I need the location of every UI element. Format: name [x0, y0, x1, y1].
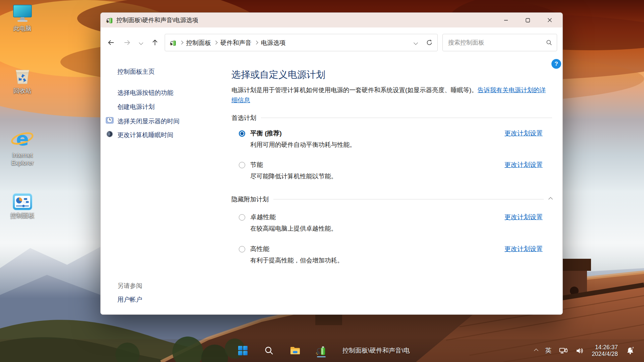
plan-name: 平衡 (推荐): [250, 129, 282, 138]
desktop-icon-label: Internet Explorer: [5, 152, 40, 167]
svg-text:e: e: [16, 128, 29, 149]
page-title: 选择或自定义电源计划: [231, 68, 325, 81]
svg-text:z: z: [631, 347, 632, 351]
active-app-indicator: [317, 356, 326, 358]
tray-time: 14:26:37: [592, 344, 618, 351]
desktop: 此电脑 回收站 e Internet Explorer: [0, 0, 644, 362]
desktop-icon-this-pc[interactable]: 此电脑: [5, 4, 40, 33]
folder-icon: [290, 345, 301, 356]
clock[interactable]: 14:26:37 2024/4/28: [592, 344, 618, 357]
breadcrumb-chevron-icon: [214, 41, 217, 44]
change-plan-settings-link[interactable]: 更改计划设置: [504, 129, 543, 138]
plan-desc: 有利于提高性能，但会增加功耗。: [250, 256, 343, 264]
desktop-icon-label: 回收站: [5, 87, 40, 95]
main-pane: 选择或自定义电源计划 电源计划是用于管理计算机如何使用电源的一套硬件和系统设置(…: [231, 55, 552, 314]
radio-ultimate[interactable]: [239, 214, 245, 221]
sidebar-item-create-plan[interactable]: 创建电源计划: [117, 103, 155, 111]
section-hidden-plans: 隐藏附加计划: [231, 195, 552, 203]
change-plan-settings-link[interactable]: 更改计划设置: [504, 245, 543, 253]
clock-icon: [106, 116, 114, 124]
plan-name: 卓越性能: [250, 213, 276, 222]
plan-desc: 利用可用的硬件自动平衡功耗与性能。: [250, 140, 356, 149]
plan-row-balanced: 平衡 (推荐) 更改计划设置: [231, 129, 552, 138]
close-icon: [547, 18, 552, 22]
power-options-taskbar-button[interactable]: [314, 344, 328, 358]
sidebar-item-power-buttons[interactable]: 选择电源按钮的功能: [117, 88, 173, 97]
forward-button[interactable]: [123, 39, 131, 46]
section-title: 首选计划: [231, 114, 256, 122]
control-panel-window: 控制面板\硬件和声音\电源选项: [100, 12, 563, 315]
network-icon[interactable]: [559, 346, 568, 355]
radio-power-saver[interactable]: [239, 162, 245, 168]
power-options-icon: [106, 16, 113, 24]
collapse-chevron-icon[interactable]: [548, 197, 553, 201]
internet-explorer-icon: e: [11, 128, 34, 150]
power-options-icon: [316, 345, 327, 356]
taskbar: 控制面板\硬件和声音\电 英 14:26:37 2024/4/28: [0, 339, 644, 362]
power-options-icon: [170, 39, 177, 46]
sidebar-item-home[interactable]: 控制面板主页: [117, 67, 155, 76]
sidebar-item-display-off-time[interactable]: 选择关闭显示器的时间: [117, 117, 179, 125]
plan-name: 节能: [250, 161, 263, 169]
section-preferred-plans: 首选计划: [231, 114, 552, 122]
breadcrumb-control-panel[interactable]: 控制面板: [186, 39, 211, 47]
search-box[interactable]: [442, 34, 557, 51]
nav-buttons: [107, 39, 159, 46]
breadcrumb-chevron-icon: [254, 41, 258, 44]
start-button[interactable]: [236, 344, 250, 358]
radio-balanced[interactable]: [239, 130, 245, 137]
refresh-icon[interactable]: [426, 39, 433, 46]
notification-bell-dnd-icon[interactable]: z z: [625, 346, 635, 356]
section-title: 隐藏附加计划: [231, 195, 269, 203]
system-tray: 英 14:26:37 2024/4/28: [535, 339, 635, 362]
close-button[interactable]: [539, 13, 560, 27]
maximize-button[interactable]: [517, 13, 539, 27]
search-input[interactable]: [447, 39, 546, 47]
desktop-icon-recycle-bin[interactable]: 回收站: [5, 66, 40, 95]
radio-high-performance[interactable]: [239, 246, 245, 252]
see-also-heading: 另请参阅: [117, 282, 142, 290]
file-explorer-button[interactable]: [288, 344, 302, 358]
desktop-icon-control-panel[interactable]: 控制面板: [5, 193, 40, 220]
breadcrumb-chevron-icon: [179, 41, 183, 44]
recycle-bin-icon: [13, 66, 32, 86]
windows-logo-icon: [238, 346, 248, 356]
taskbar-search-button[interactable]: [262, 344, 276, 358]
window-controls: [495, 13, 560, 27]
desktop-icon-internet-explorer[interactable]: e Internet Explorer: [5, 128, 40, 167]
input-language-indicator[interactable]: 英: [545, 346, 551, 355]
change-plan-settings-link[interactable]: 更改计划设置: [504, 161, 543, 169]
taskbar-app-title[interactable]: 控制面板\硬件和声音\电: [342, 346, 410, 355]
window-title: 控制面板\硬件和声音\电源选项: [116, 16, 198, 24]
window-content: 控制面板主页 选择电源按钮的功能 创建电源计划 选择关闭显示器的时间 更改计算机…: [101, 55, 562, 314]
minimize-button[interactable]: [495, 13, 517, 27]
this-pc-icon: [12, 4, 33, 23]
tray-chevron-up-icon[interactable]: [535, 349, 538, 352]
section-divider: [261, 118, 552, 118]
breadcrumb-hardware-sound[interactable]: 硬件和声音: [220, 39, 252, 47]
address-bar[interactable]: 控制面板 硬件和声音 电源选项: [165, 34, 438, 51]
volume-icon[interactable]: [575, 346, 584, 355]
help-button[interactable]: ?: [551, 59, 561, 69]
sidebar-item-sleep-time[interactable]: 更改计算机睡眠时间: [117, 131, 173, 139]
breadcrumb-power-options[interactable]: 电源选项: [261, 39, 286, 47]
plan-row-high-performance: 高性能 更改计划设置: [231, 244, 552, 254]
up-button[interactable]: [151, 39, 159, 46]
change-plan-settings-link[interactable]: 更改计划设置: [504, 213, 543, 222]
plan-row-ultimate: 卓越性能 更改计划设置: [231, 213, 552, 222]
search-icon: [264, 346, 274, 355]
desktop-icon-label: 控制面板: [5, 212, 40, 220]
window-titlebar[interactable]: 控制面板\硬件和声音\电源选项: [101, 13, 562, 27]
address-dropdown-icon[interactable]: [414, 41, 418, 45]
taskbar-center: 控制面板\硬件和声音\电: [236, 339, 410, 362]
search-icon: [546, 40, 552, 46]
sidebar-item-user-accounts[interactable]: 用户帐户: [117, 295, 142, 304]
maximize-icon: [526, 18, 530, 22]
intro-body: 电源计划是用于管理计算机如何使用电源的一套硬件和系统设置(如显示器亮度、睡眠等)…: [231, 86, 478, 94]
minimize-icon: [504, 18, 508, 22]
section-divider: [273, 199, 544, 199]
back-button[interactable]: [107, 39, 115, 46]
explorer-toolbar: 控制面板 硬件和声音 电源选项: [101, 27, 562, 55]
history-chevron-icon[interactable]: [139, 41, 143, 45]
plan-name: 高性能: [250, 245, 269, 253]
